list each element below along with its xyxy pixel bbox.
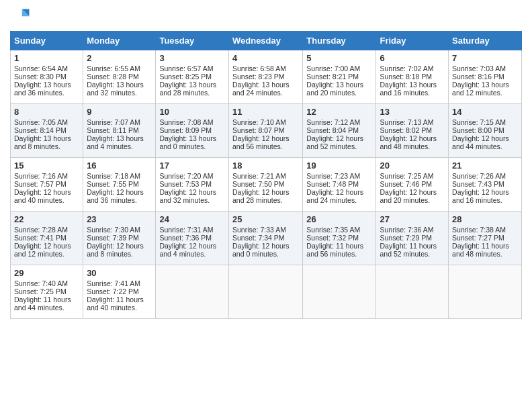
day-info-line: Daylight: 12 hours and 4 minutes.	[159, 242, 225, 258]
calendar-cell	[376, 265, 449, 319]
day-number: 13	[380, 107, 445, 117]
logo-icon	[10, 7, 32, 28]
weekday-header-saturday: Saturday	[449, 32, 522, 50]
calendar-cell: 23Sunrise: 7:30 AMSunset: 7:39 PMDayligh…	[83, 212, 156, 265]
day-info-line: Sunset: 8:11 PM	[87, 126, 152, 134]
calendar-cell: 1Sunrise: 6:54 AMSunset: 8:30 PMDaylight…	[11, 50, 83, 104]
day-info-line: Sunset: 7:41 PM	[14, 234, 79, 242]
day-info-line: Sunrise: 7:31 AM	[159, 226, 225, 234]
calendar-cell: 14Sunrise: 7:15 AMSunset: 8:00 PMDayligh…	[449, 104, 522, 158]
day-info-line: Sunset: 7:39 PM	[87, 234, 152, 242]
calendar-cell: 30Sunrise: 7:41 AMSunset: 7:22 PMDayligh…	[83, 265, 156, 319]
day-info-line: Sunrise: 6:55 AM	[87, 64, 152, 73]
day-number: 16	[87, 161, 152, 171]
calendar-week-row: 1Sunrise: 6:54 AMSunset: 8:30 PMDaylight…	[11, 50, 522, 104]
day-info-line: Sunset: 7:46 PM	[380, 180, 445, 188]
day-info-line: Daylight: 12 hours and 16 minutes.	[452, 188, 518, 204]
day-info-line: Sunset: 8:23 PM	[232, 73, 299, 81]
calendar-cell: 18Sunrise: 7:21 AMSunset: 7:50 PMDayligh…	[228, 158, 302, 212]
day-info-line: Sunrise: 7:08 AM	[159, 118, 225, 126]
calendar-cell: 24Sunrise: 7:31 AMSunset: 7:36 PMDayligh…	[156, 212, 229, 265]
day-info-line: Sunset: 7:57 PM	[14, 180, 79, 188]
day-info-line: Sunrise: 7:13 AM	[380, 118, 445, 126]
day-info-line: Daylight: 12 hours and 44 minutes.	[452, 134, 518, 150]
day-info-line: Daylight: 13 hours and 8 minutes.	[14, 134, 79, 150]
day-number: 9	[87, 107, 152, 117]
day-info-line: Daylight: 13 hours and 12 minutes.	[452, 81, 518, 97]
calendar-cell	[449, 265, 522, 319]
calendar-cell: 2Sunrise: 6:55 AMSunset: 8:28 PMDaylight…	[83, 50, 156, 104]
day-info-line: Daylight: 11 hours and 44 minutes.	[14, 295, 79, 312]
calendar-cell: 13Sunrise: 7:13 AMSunset: 8:02 PMDayligh…	[376, 104, 449, 158]
day-info-line: Daylight: 13 hours and 36 minutes.	[14, 81, 79, 97]
day-info-line: Sunrise: 7:30 AM	[87, 226, 152, 234]
day-info-line: Sunrise: 7:40 AM	[14, 279, 79, 287]
day-info-line: Sunset: 7:48 PM	[306, 180, 372, 188]
day-number: 3	[159, 53, 225, 63]
day-info-line: Daylight: 13 hours and 20 minutes.	[306, 81, 372, 97]
calendar-cell: 20Sunrise: 7:25 AMSunset: 7:46 PMDayligh…	[376, 158, 449, 212]
day-info-line: Sunset: 8:16 PM	[452, 73, 518, 81]
day-info-line: Sunset: 8:09 PM	[159, 126, 225, 134]
calendar-week-row: 8Sunrise: 7:05 AMSunset: 8:14 PMDaylight…	[11, 104, 522, 158]
day-info-line: Sunrise: 6:54 AM	[14, 64, 79, 73]
day-number: 21	[452, 161, 518, 171]
day-info-line: Daylight: 12 hours and 28 minutes.	[232, 188, 299, 204]
day-info-line: Daylight: 12 hours and 32 minutes.	[159, 188, 225, 204]
day-number: 28	[452, 214, 518, 224]
day-info-line: Daylight: 11 hours and 52 minutes.	[380, 242, 445, 258]
calendar-cell: 26Sunrise: 7:35 AMSunset: 7:32 PMDayligh…	[303, 212, 376, 265]
day-number: 11	[232, 107, 299, 117]
day-number: 17	[159, 161, 225, 171]
day-info-line: Sunset: 7:27 PM	[452, 234, 518, 242]
day-number: 15	[14, 161, 79, 171]
weekday-header-thursday: Thursday	[303, 32, 376, 50]
day-info-line: Sunset: 7:55 PM	[87, 180, 152, 188]
day-info-line: Daylight: 12 hours and 40 minutes.	[14, 188, 79, 204]
day-number: 5	[306, 53, 372, 63]
day-info-line: Sunset: 7:36 PM	[159, 234, 225, 242]
calendar-cell	[303, 265, 376, 319]
day-info-line: Sunrise: 7:26 AM	[452, 172, 518, 180]
calendar-cell: 3Sunrise: 6:57 AMSunset: 8:25 PMDaylight…	[156, 50, 229, 104]
day-number: 12	[306, 107, 372, 117]
day-number: 30	[87, 268, 152, 278]
day-info-line: Daylight: 12 hours and 8 minutes.	[87, 242, 152, 258]
day-info-line: Sunset: 8:14 PM	[14, 126, 79, 134]
day-info-line: Sunrise: 7:07 AM	[87, 118, 152, 126]
day-info-line: Sunrise: 7:00 AM	[306, 64, 372, 73]
calendar-cell: 15Sunrise: 7:16 AMSunset: 7:57 PMDayligh…	[11, 158, 83, 212]
day-info-line: Sunrise: 7:03 AM	[452, 64, 518, 73]
calendar-cell: 7Sunrise: 7:03 AMSunset: 8:16 PMDaylight…	[449, 50, 522, 104]
day-info-line: Daylight: 13 hours and 0 minutes.	[159, 134, 225, 150]
day-info-line: Sunset: 8:04 PM	[306, 126, 372, 134]
calendar-cell: 28Sunrise: 7:38 AMSunset: 7:27 PMDayligh…	[449, 212, 522, 265]
day-info-line: Daylight: 13 hours and 28 minutes.	[159, 81, 225, 97]
day-info-line: Sunset: 8:00 PM	[452, 126, 518, 134]
day-info-line: Sunrise: 7:41 AM	[87, 279, 152, 287]
day-info-line: Sunset: 7:22 PM	[87, 287, 152, 295]
calendar-cell: 9Sunrise: 7:07 AMSunset: 8:11 PMDaylight…	[83, 104, 156, 158]
day-info-line: Sunrise: 7:16 AM	[14, 172, 79, 180]
calendar-cell: 22Sunrise: 7:28 AMSunset: 7:41 PMDayligh…	[11, 212, 83, 265]
day-info-line: Sunset: 7:32 PM	[306, 234, 372, 242]
calendar-cell: 16Sunrise: 7:18 AMSunset: 7:55 PMDayligh…	[83, 158, 156, 212]
calendar-body: 1Sunrise: 6:54 AMSunset: 8:30 PMDaylight…	[11, 50, 522, 319]
weekday-header-sunday: Sunday	[11, 32, 83, 50]
calendar-cell	[228, 265, 302, 319]
day-info-line: Daylight: 11 hours and 48 minutes.	[452, 242, 518, 258]
day-info-line: Sunset: 7:25 PM	[14, 287, 79, 295]
day-info-line: Sunset: 8:21 PM	[306, 73, 372, 81]
calendar-cell: 12Sunrise: 7:12 AMSunset: 8:04 PMDayligh…	[303, 104, 376, 158]
day-number: 18	[232, 161, 299, 171]
page-header	[10, 7, 522, 28]
day-info-line: Sunrise: 7:02 AM	[380, 64, 445, 73]
day-info-line: Sunset: 7:53 PM	[159, 180, 225, 188]
day-info-line: Sunrise: 7:15 AM	[452, 118, 518, 126]
day-info-line: Sunset: 8:02 PM	[380, 126, 445, 134]
day-number: 20	[380, 161, 445, 171]
day-number: 1	[14, 53, 79, 63]
day-info-line: Sunrise: 7:33 AM	[232, 226, 299, 234]
day-info-line: Daylight: 13 hours and 32 minutes.	[87, 81, 152, 97]
calendar-cell: 19Sunrise: 7:23 AMSunset: 7:48 PMDayligh…	[303, 158, 376, 212]
